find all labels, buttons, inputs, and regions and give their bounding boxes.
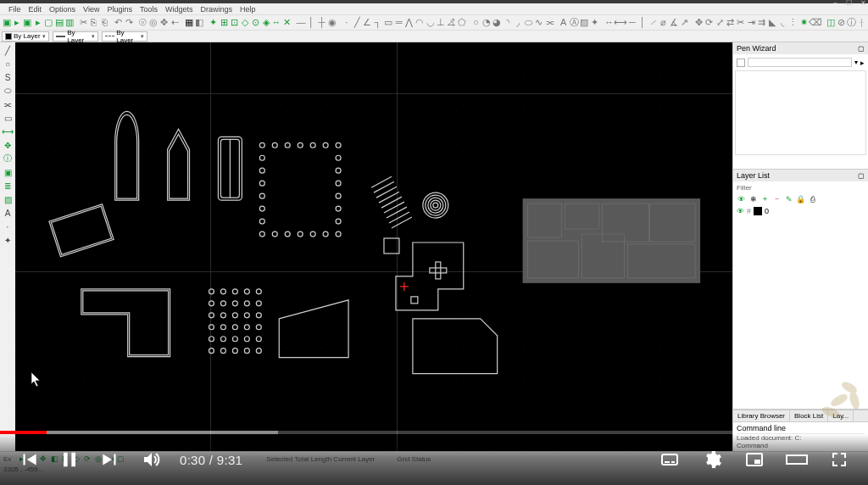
move-icon[interactable]: ✥ <box>694 17 704 29</box>
captions-button[interactable] <box>658 448 682 471</box>
snap-middle-icon[interactable]: ◈ <box>261 17 270 29</box>
rotate-icon[interactable]: ⟳ <box>704 17 714 29</box>
close-button[interactable]: ✕ <box>860 0 866 7</box>
minimize-button[interactable]: − <box>833 0 837 7</box>
extend-icon[interactable]: ⇥ <box>747 17 756 29</box>
linetype-by-layer-select[interactable]: By Layer ▾ <box>102 31 147 42</box>
offset-icon[interactable]: ⇉ <box>757 17 766 29</box>
tool-block-icon[interactable]: ▣ <box>2 166 14 178</box>
print-icon[interactable]: ▤ <box>54 17 64 29</box>
zoom-prev-icon[interactable]: ⇠ <box>170 17 179 29</box>
tool-layer-icon[interactable]: ≣ <box>2 180 14 192</box>
fillet-icon[interactable]: ◟ <box>778 17 787 29</box>
dim-aligned-icon[interactable]: ↔ <box>604 17 614 29</box>
restrict-h-icon[interactable]: — <box>296 17 305 29</box>
tool-select-icon[interactable]: ▭ <box>2 112 14 124</box>
menu-view[interactable]: View <box>80 5 103 14</box>
pen-select-field[interactable] <box>748 58 852 67</box>
line-icon[interactable]: ╱ <box>352 17 361 29</box>
line-rect-icon[interactable]: ▭ <box>384 17 393 29</box>
snap-grid-icon[interactable]: ⊞ <box>219 17 228 29</box>
theater-button[interactable] <box>785 448 809 471</box>
spline-icon[interactable]: ∿ <box>534 17 543 29</box>
settings-button[interactable] <box>700 448 724 471</box>
layer-remove-icon[interactable]: － <box>772 194 782 203</box>
tab-library-browser[interactable]: Library Browser <box>733 410 790 421</box>
tool-line-icon[interactable]: ╱ <box>2 44 14 56</box>
dim-rad-icon[interactable]: ⟋ <box>648 17 658 29</box>
polyline-icon[interactable]: ⫘ <box>544 17 554 29</box>
divide-icon[interactable]: ⋮ <box>788 17 798 29</box>
zoom-in-icon[interactable]: ⦾ <box>138 17 147 29</box>
grid-icon[interactable]: ▦ <box>184 17 193 29</box>
scale-icon[interactable]: ⤢ <box>715 17 724 29</box>
line-ortho-icon[interactable]: ⊥ <box>436 17 445 29</box>
text-icon[interactable]: A <box>559 17 568 29</box>
snap-free-icon[interactable]: ✦ <box>209 17 218 29</box>
save-icon[interactable]: ▣ <box>23 17 32 29</box>
line-tang1-icon[interactable]: ◠ <box>415 17 425 29</box>
dim-linear-icon[interactable]: ⟷ <box>615 17 626 29</box>
tool-modify-icon[interactable]: ✥ <box>2 139 14 151</box>
restrict-v-icon[interactable]: │ <box>307 17 316 29</box>
miniplayer-button[interactable] <box>743 448 766 471</box>
line-hv-icon[interactable]: ┐ <box>373 17 382 29</box>
menu-file[interactable]: File <box>5 5 25 14</box>
measure-icon[interactable]: ⟊ <box>857 17 866 29</box>
open-icon[interactable]: ▸ <box>12 17 21 29</box>
layer-add-icon[interactable]: ＋ <box>760 194 770 203</box>
snap-center-icon[interactable]: ⊙ <box>251 17 260 29</box>
menu-help[interactable]: Help <box>236 5 259 14</box>
mirror-icon[interactable]: ⇄ <box>726 17 735 29</box>
circle2p-icon[interactable]: ◔ <box>481 17 491 29</box>
line-angle-icon[interactable]: ∠ <box>363 17 372 29</box>
zoom-out-icon[interactable]: ◎ <box>149 17 159 29</box>
select-win-icon[interactable]: ◫ <box>826 17 835 29</box>
tool-snap-icon[interactable]: ✦ <box>2 234 14 246</box>
printpdf-icon[interactable]: ▥ <box>64 17 74 29</box>
deselect-icon[interactable]: ⊘ <box>836 17 845 29</box>
previous-button[interactable] <box>17 448 41 471</box>
layer-edit-icon[interactable]: ✎ <box>784 194 793 203</box>
menu-plugins[interactable]: Plugins <box>103 5 136 14</box>
drawing-canvas[interactable] <box>15 42 732 451</box>
width-by-layer-select[interactable]: By Layer ▾ <box>53 31 98 42</box>
tool-info-icon[interactable]: ⓘ <box>2 153 14 164</box>
panel-dock-icon[interactable]: ▢ <box>858 45 865 53</box>
menu-options[interactable]: Options <box>46 5 79 14</box>
zoom-pan-icon[interactable]: ✥ <box>159 17 169 29</box>
pen-apply-icon[interactable]: ▸ <box>860 59 865 67</box>
tool-point-icon[interactable]: · <box>2 220 14 232</box>
tool-ellipse-icon[interactable]: ⬭ <box>2 85 14 97</box>
layer-show-icon[interactable]: 👁 <box>737 194 746 203</box>
explode-icon[interactable]: ✷ <box>798 17 808 29</box>
draft-icon[interactable]: ◧ <box>194 17 203 29</box>
redo-icon[interactable]: ↷ <box>125 17 134 29</box>
layer-construction-icon[interactable]: # <box>747 207 751 215</box>
delete-icon[interactable]: ⌫ <box>810 17 821 29</box>
circle3p-icon[interactable]: ◕ <box>492 17 502 29</box>
layer-print-icon[interactable]: ⎙ <box>808 194 817 203</box>
tool-text-icon[interactable]: A <box>2 207 14 219</box>
ellipse-icon[interactable]: ⬭ <box>524 17 533 29</box>
tool-curve-icon[interactable]: S <box>2 71 14 83</box>
snap-inter-icon[interactable]: ✕ <box>282 17 292 29</box>
info-icon[interactable]: ⓘ <box>847 17 856 29</box>
relative-zero-icon[interactable]: ◉ <box>327 17 337 29</box>
mtext-icon[interactable]: Ⓐ <box>569 17 578 29</box>
color-by-layer-select[interactable]: By Layer ▾ <box>2 31 49 42</box>
restrict-ortho-icon[interactable]: ┼ <box>317 17 326 29</box>
dim-v-icon[interactable]: │ <box>638 17 648 29</box>
layer-lock-icon[interactable]: 🔒 <box>796 194 805 203</box>
snap-end-icon[interactable]: ⊡ <box>230 17 239 29</box>
tool-dimension-icon[interactable]: ⟷ <box>2 125 14 137</box>
snap-onentity-icon[interactable]: ◇ <box>240 17 249 29</box>
layer-row-0[interactable]: 👁 # 0 <box>735 205 866 217</box>
paste-icon[interactable]: ⎗ <box>100 17 109 29</box>
pen-color-select[interactable]: ▾ ▸ <box>735 56 866 69</box>
dim-ang-icon[interactable]: ∡ <box>670 17 679 29</box>
line-relang-icon[interactable]: ⦨ <box>447 17 456 29</box>
menu-drawings[interactable]: Drawings <box>197 5 236 14</box>
export-icon[interactable]: ▢ <box>44 17 53 29</box>
pause-button[interactable] <box>58 448 81 471</box>
